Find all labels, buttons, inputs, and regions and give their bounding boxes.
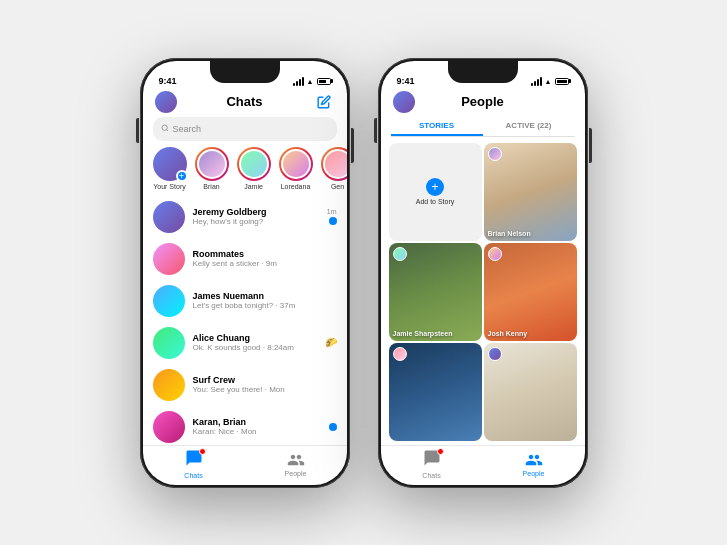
chat-item-karan[interactable]: Karan, Brian Karan: Nice · Mon: [143, 406, 347, 445]
james-info: James Nuemann Let's get boba tonight? · …: [193, 291, 329, 310]
alice-preview: Ok. K sounds good · 8:24am: [193, 343, 317, 352]
status-icons-people: ▲: [531, 77, 569, 86]
tab-active[interactable]: ACTIVE (22): [483, 117, 575, 136]
alice-emoji: 🌮: [325, 337, 337, 348]
jeremy-info: Jeremy Goldberg Hey, how's it going?: [193, 207, 319, 226]
tab-people-chats-phone[interactable]: People: [245, 451, 347, 477]
battery-icon-people: [555, 78, 569, 85]
chats-tab-badge-people: [423, 449, 441, 471]
tab-chats-label-people: Chats: [422, 472, 440, 479]
tab-people-label: People: [285, 470, 307, 477]
status-icons-chats: ▲: [293, 77, 331, 86]
search-placeholder: Search: [173, 124, 202, 134]
stories-row-chats: + Your Story Brian Jamie: [143, 147, 347, 196]
alice-info: Alice Chuang Ok. K sounds good · 8:24am: [193, 333, 317, 352]
battery-icon: [317, 78, 331, 85]
loredana-story-ring: [279, 147, 313, 181]
story-card-jamie[interactable]: Jamie Sharpsteen: [389, 243, 482, 341]
profile-avatar-people[interactable]: [393, 91, 415, 113]
story-item-gen[interactable]: Gen: [321, 147, 347, 190]
jamie-card-avatar: [393, 247, 407, 261]
surf-avatar: [153, 369, 185, 401]
people-header: People: [381, 89, 585, 117]
surf-info: Surf Crew You: See you there! · Mon: [193, 375, 329, 394]
tab-chats-people-phone[interactable]: Chats: [381, 449, 483, 479]
compose-button[interactable]: [313, 91, 335, 113]
alice-meta: 🌮: [325, 337, 337, 348]
tab-chats-label: Chats: [184, 472, 202, 479]
people-title: People: [461, 94, 504, 109]
brian-story-ring: [195, 147, 229, 181]
search-bar-chats[interactable]: Search: [153, 117, 337, 141]
story-item-loredana[interactable]: Loredana: [279, 147, 313, 190]
chat-item-surf[interactable]: Surf Crew You: See you there! · Mon: [143, 364, 347, 406]
josh-card-name: Josh Kenny: [488, 330, 528, 337]
stories-grid: + Add to Story Brian Nelson Jamie Sharps…: [381, 143, 585, 445]
jeremy-preview: Hey, how's it going?: [193, 217, 319, 226]
roommates-info: Roommates Kelly sent a sticker · 9m: [193, 249, 329, 268]
story-item-yours[interactable]: + Your Story: [153, 147, 187, 190]
story-card-add[interactable]: + Add to Story: [389, 143, 482, 241]
phone-people-screen: 9:41 ▲ People: [381, 61, 585, 485]
jeremy-avatar: [153, 201, 185, 233]
brian-card-name: Brian Nelson: [488, 230, 531, 237]
jeremy-name: Jeremy Goldberg: [193, 207, 319, 217]
add-story-content: + Add to Story: [389, 143, 482, 241]
roommates-preview: Kelly sent a sticker · 9m: [193, 259, 329, 268]
karan-name: Karan, Brian: [193, 417, 321, 427]
story6-card-avatar: [488, 347, 502, 361]
story-card-6[interactable]: [484, 343, 577, 441]
chat-item-jeremy[interactable]: Jeremy Goldberg Hey, how's it going? 1m: [143, 196, 347, 238]
james-preview: Let's get boba tonight? · 37m: [193, 301, 329, 310]
alice-name: Alice Chuang: [193, 333, 317, 343]
karan-meta: [329, 423, 337, 431]
chat-item-alice[interactable]: Alice Chuang Ok. K sounds good · 8:24am …: [143, 322, 347, 364]
jamie-story-ring: [237, 147, 271, 181]
jeremy-time: 1m: [327, 208, 337, 215]
chat-item-roommates[interactable]: Roommates Kelly sent a sticker · 9m: [143, 238, 347, 280]
surf-name: Surf Crew: [193, 375, 329, 385]
story-card-josh[interactable]: Josh Kenny: [484, 243, 577, 341]
signal-icon-people: [531, 77, 542, 86]
phone-chats-screen: 9:41 ▲ Chats: [143, 61, 347, 485]
karan-preview: Karan: Nice · Mon: [193, 427, 321, 436]
people-tab-icon-active: [525, 451, 543, 469]
add-circle-icon: +: [426, 178, 444, 196]
chats-header: Chats: [143, 89, 347, 117]
jamie-story-label: Jamie: [244, 183, 263, 190]
scene: 9:41 ▲ Chats: [140, 58, 588, 488]
gen-story-label: Gen: [331, 183, 344, 190]
people-tab-icon: [287, 451, 305, 469]
notch: [210, 61, 280, 83]
tab-people-label-active: People: [523, 470, 545, 477]
james-avatar: [153, 285, 185, 317]
gen-story-ring: [321, 147, 347, 181]
wifi-icon: ▲: [307, 78, 314, 85]
tab-people-active[interactable]: People: [483, 451, 585, 477]
status-time-chats: 9:41: [159, 76, 177, 86]
status-time-people: 9:41: [397, 76, 415, 86]
chat-item-james[interactable]: James Nuemann Let's get boba tonight? · …: [143, 280, 347, 322]
roommates-avatar: [153, 243, 185, 275]
alice-avatar: [153, 327, 185, 359]
josh-card-avatar: [488, 247, 502, 261]
people-tabs: STORIES ACTIVE (22): [391, 117, 575, 137]
tab-chats[interactable]: Chats: [143, 449, 245, 479]
loredana-story-label: Loredana: [281, 183, 311, 190]
jamie-card-name: Jamie Sharpsteen: [393, 330, 453, 337]
chats-tab-badge: [185, 449, 203, 471]
story-card-5[interactable]: [389, 343, 482, 441]
add-story-text: Add to Story: [416, 198, 455, 205]
karan-info: Karan, Brian Karan: Nice · Mon: [193, 417, 321, 436]
svg-point-0: [162, 125, 167, 130]
chats-tab-dot-people: [437, 448, 444, 455]
phone-chats: 9:41 ▲ Chats: [140, 58, 350, 488]
story-card-brian[interactable]: Brian Nelson: [484, 143, 577, 241]
chats-title: Chats: [226, 94, 262, 109]
story-item-brian[interactable]: Brian: [195, 147, 229, 190]
chats-tab-dot: [199, 448, 206, 455]
story-item-jamie[interactable]: Jamie: [237, 147, 271, 190]
profile-avatar-chats[interactable]: [155, 91, 177, 113]
tab-stories[interactable]: STORIES: [391, 117, 483, 136]
brian-story-label: Brian: [203, 183, 219, 190]
